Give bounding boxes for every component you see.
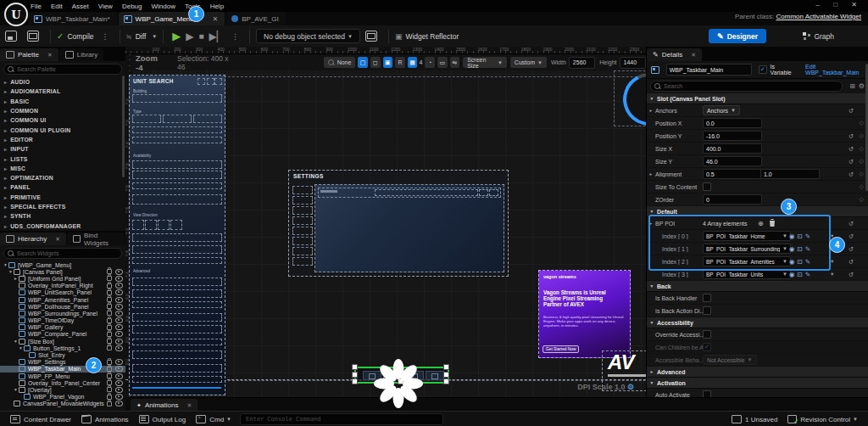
eye-icon[interactable] — [115, 387, 123, 393]
property-checkbox[interactable] — [703, 330, 711, 339]
property-value-input[interactable]: -16.0 — [703, 131, 762, 141]
menu-item-help[interactable]: Help — [210, 3, 224, 10]
hierarchy-item-overlay_info_panel_center[interactable]: Overlay_Info_Panel_Center — [0, 379, 125, 386]
doc-tab-wbp_game_menu[interactable]: WBP_Game_Menu✕ — [119, 12, 225, 25]
tree-expander[interactable]: ▾ — [3, 262, 8, 267]
parent-class-link[interactable]: Common Activatable Widget — [776, 13, 862, 20]
palette-category-audio[interactable]: ▸AUDIO — [0, 77, 125, 87]
tab-bind-widgets[interactable]: Bind Widgets — [67, 233, 125, 245]
palette-category-common[interactable]: ▸COMMON — [0, 106, 125, 115]
unsaved-indicator[interactable]: 1 Unsaved — [732, 415, 777, 423]
lock-toggle[interactable]: ◻ — [370, 57, 381, 68]
section-header-back[interactable]: ▾Back — [647, 281, 868, 292]
menu-item-edit[interactable]: Edit — [51, 3, 63, 10]
use-selected-asset-icon[interactable]: ◉ — [789, 245, 798, 253]
stop-icon[interactable]: ■ — [199, 31, 204, 41]
animations-button[interactable]: Animations — [81, 415, 129, 423]
resize-handle[interactable] — [443, 372, 449, 378]
details-search-input[interactable]: Search — [650, 81, 843, 92]
use-selected-asset-icon[interactable]: ◉ — [789, 258, 798, 266]
property-checkbox[interactable] — [703, 294, 711, 302]
doc-tab-bp_ave_gi[interactable]: BP_AVE_GI — [226, 12, 285, 25]
hierarchy-item-wbp_fp_menu[interactable]: WBP_FP_Menu — [0, 373, 125, 379]
compile-button[interactable]: Compile — [67, 32, 93, 41]
property-value-input[interactable]: 46.0 — [703, 156, 762, 166]
hierarchy-item-overlay_infopanel_right[interactable]: Overlay_InfoPanel_Right — [0, 283, 125, 289]
hierarchy-item-canvaspanel_movablewidgets[interactable]: CanvasPanel_MovableWidgets — [0, 401, 125, 407]
tab-library[interactable]: Library — [59, 48, 103, 61]
hierarchy-item-wbp_taskbar_main[interactable]: WBP_Taskbar_Main — [0, 366, 125, 373]
palette-category-optimization[interactable]: ▸OPTIMIZATION — [0, 173, 125, 182]
resize-handle[interactable] — [443, 378, 449, 384]
content-drawer-button[interactable]: Content Drawer — [10, 415, 71, 423]
section-header-activation[interactable]: ▾Activation — [647, 378, 868, 389]
close-icon[interactable]: ✕ — [55, 236, 60, 243]
browse-to-asset-icon[interactable]: ⊡ — [798, 258, 805, 266]
lock-icon[interactable] — [107, 373, 112, 378]
palette-category-lists[interactable]: ▸LISTS — [0, 154, 125, 163]
doc-tab-wbp_taskbar_main-[interactable]: WBP_Taskbar_Main* — [29, 12, 117, 25]
resize-handle[interactable] — [443, 364, 449, 370]
property-checkbox[interactable] — [703, 306, 711, 315]
palette-category-panel[interactable]: ▸PANEL — [0, 182, 125, 192]
lock-icon[interactable] — [107, 380, 112, 385]
eye-icon[interactable] — [115, 331, 123, 337]
eye-icon[interactable] — [115, 401, 123, 406]
height-input[interactable]: 1440 — [620, 57, 646, 69]
get-started-button[interactable]: Get Started Now — [542, 345, 579, 353]
expand-row-icon[interactable]: ▼ — [830, 259, 834, 264]
lock-icon[interactable] — [107, 387, 112, 392]
pick-asset-icon[interactable]: ✎ — [805, 233, 813, 240]
lock-icon[interactable] — [107, 395, 112, 400]
rotation-icon[interactable]: ◔ — [425, 57, 435, 68]
section-header-accessibility[interactable]: ▾Accessibility — [647, 317, 868, 328]
property-value-input[interactable]: 0 — [703, 194, 762, 205]
menu-item-asset[interactable]: Asset — [72, 3, 89, 10]
section-expander-icon[interactable]: ▾ — [647, 209, 657, 214]
grid-snap-value[interactable]: 4 — [419, 59, 422, 65]
tree-expander[interactable]: ▾ — [13, 339, 19, 344]
palette-category-audiomaterial[interactable]: ▸AUDIOMATERIAL — [0, 87, 125, 96]
revision-control-button[interactable]: Revision Control▼ — [787, 415, 858, 423]
close-icon[interactable]: ✕ — [213, 15, 219, 23]
property-checkbox[interactable] — [703, 182, 711, 191]
row-expander-icon[interactable]: ▸ — [647, 171, 655, 177]
expand-row-icon[interactable]: ▼ — [830, 272, 834, 277]
eye-icon[interactable] — [115, 269, 123, 275]
reset-to-default-icon[interactable]: ↺ — [849, 220, 854, 227]
resize-handle[interactable] — [352, 378, 358, 384]
hierarchy-item--wbp_game_menu-[interactable]: ▾[WBP_Game_Menu] — [0, 261, 125, 268]
screen-fill-select[interactable]: Custom▼ — [510, 57, 547, 68]
browse-debug-icon[interactable] — [365, 31, 377, 42]
hierarchy-item-button_settings_1[interactable]: ▾Button_Settings_1 — [0, 345, 125, 351]
palette-category-input[interactable]: ▸INPUT — [0, 144, 125, 154]
use-selected-asset-icon[interactable]: ◉ — [789, 271, 798, 278]
hierarchy-item-wbp_settings[interactable]: WBP_Settings — [0, 359, 125, 366]
lock-icon[interactable] — [107, 325, 112, 330]
bind-diamond-icon[interactable]: ◇ — [860, 132, 864, 139]
tab-hierarchy[interactable]: Hierarchy✕ — [0, 233, 66, 245]
localization-preview-button[interactable]: None — [324, 57, 356, 68]
compile-icon[interactable]: ✓ — [57, 31, 64, 41]
flip-icon[interactable]: ⇋ — [450, 57, 460, 68]
diff-button[interactable]: Diff — [136, 32, 147, 41]
palette-category-editor[interactable]: ▸EDITOR — [0, 135, 125, 144]
graph-mode-button[interactable]: Graph — [803, 29, 834, 43]
palette-category-common-ui-plugin[interactable]: ▸COMMON UI PLUGIN — [0, 125, 125, 134]
browse-to-asset-icon[interactable]: ⊡ — [798, 271, 805, 278]
row-expander-icon[interactable]: ▸ — [647, 221, 655, 226]
eye-icon[interactable] — [115, 324, 123, 330]
menu-item-window[interactable]: Window — [151, 3, 175, 10]
reset-to-default-icon[interactable]: ↺ — [849, 258, 854, 266]
hierarchy-item--canvas-panel-[interactable]: ▾[Canvas Panel] — [0, 268, 125, 275]
section-expander-icon[interactable]: ▾ — [647, 283, 657, 289]
reset-to-default-icon[interactable]: ↺ — [849, 271, 854, 278]
lock-icon[interactable] — [107, 367, 112, 372]
palette-category-special-effects[interactable]: ▸SPECIAL EFFECTS — [0, 202, 125, 211]
eye-icon[interactable] — [115, 311, 123, 317]
play-icon[interactable]: ▶ — [172, 30, 181, 42]
hierarchy-item-wbp_surroundings_panel[interactable]: WBP_Surroundings_Panel — [0, 310, 125, 317]
designer-viewport[interactable]: 1002003004005006007008009001000110012001… — [125, 47, 646, 397]
lock-icon[interactable] — [107, 283, 112, 289]
trash-icon[interactable] — [769, 219, 776, 228]
